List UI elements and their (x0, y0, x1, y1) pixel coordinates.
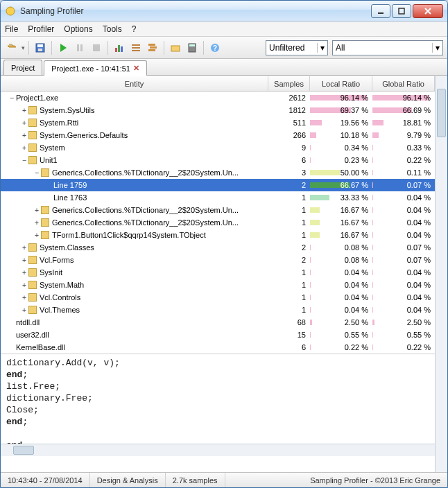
scope-combo[interactable]: All ▾ (332, 40, 443, 55)
entity-label: Vcl.Themes (40, 306, 80, 314)
table-row[interactable]: −Project1.exe261296.14 %96.14 % (1, 92, 435, 104)
global-ratio-cell: 0.04 % (372, 281, 435, 289)
scroll-thumb[interactable] (437, 89, 446, 137)
tree-expander[interactable]: + (20, 269, 28, 277)
entity-cell: +System.SysUtils (1, 106, 268, 114)
table-row[interactable]: +System90.34 %0.33 % (1, 141, 435, 154)
tab-close-icon[interactable]: ✕ (133, 64, 139, 73)
unit-icon (41, 218, 49, 227)
table-row[interactable]: +System.Rtti51119.56 %18.81 % (1, 116, 435, 129)
local-ratio-cell: 16.67 % (310, 231, 372, 239)
tree-expander[interactable]: + (33, 232, 41, 239)
tree-expander[interactable]: + (20, 132, 28, 139)
grid-header: Entity Samples Local Ratio Global Ratio (1, 76, 435, 92)
calculator-icon[interactable] (184, 40, 200, 55)
menu-options[interactable]: Options (64, 24, 92, 34)
table-row[interactable]: +System.SysUtils181269.37 %66.69 % (1, 104, 435, 116)
menu-tools[interactable]: Tools (103, 24, 122, 34)
samples-cell: 1 (268, 268, 310, 277)
table-row[interactable]: user32.dll150.55 %0.55 % (1, 329, 435, 341)
menu-file[interactable]: File (5, 24, 18, 34)
local-ratio-cell: 0.34 % (310, 143, 372, 152)
tree-expander[interactable]: + (33, 207, 41, 214)
source-view[interactable]: dictionary.Add(v, v); end; list.Free; di… (1, 354, 435, 444)
play-icon[interactable] (55, 40, 71, 55)
scroll-thumb[interactable] (13, 446, 34, 455)
entity-cell: +Generics.Collections.%TDictionary__2$20… (1, 206, 268, 214)
tree-expander[interactable]: + (20, 294, 28, 302)
local-ratio-cell: 0.23 % (310, 156, 372, 164)
local-ratio-cell: 16.67 % (310, 206, 372, 214)
vertical-scrollbar[interactable] (435, 76, 447, 472)
filter-combo[interactable]: Unfiltered ▾ (266, 40, 328, 55)
tree-expander[interactable]: − (20, 157, 28, 164)
maximize-button[interactable] (392, 4, 411, 18)
table-row[interactable]: +System.Math10.04 %0.04 % (1, 279, 435, 291)
table-row[interactable]: Line 1763133.33 %0.04 % (1, 191, 435, 204)
samples-cell: 1 (268, 306, 310, 314)
stack-icon[interactable] (145, 40, 160, 55)
entity-cell: KernelBase.dll (1, 343, 268, 351)
col-entity[interactable]: Entity (1, 76, 268, 91)
svg-rect-11 (121, 46, 123, 52)
tree-expander[interactable]: − (8, 94, 16, 102)
tree-expander[interactable]: + (20, 244, 28, 252)
table-row[interactable]: −Generics.Collections.%TDictionary__2$20… (1, 166, 435, 179)
table-row[interactable]: +Vcl.Controls10.04 %0.04 % (1, 291, 435, 304)
menu-help[interactable]: ? (132, 24, 137, 34)
table-row[interactable]: ntdll.dll682.50 %2.50 % (1, 316, 435, 329)
global-ratio-cell: 2.50 % (372, 318, 435, 326)
svg-rect-7 (80, 44, 83, 51)
col-global-ratio[interactable]: Global Ratio (372, 76, 435, 91)
tree-expander[interactable]: + (20, 144, 28, 152)
stop-icon[interactable] (89, 40, 104, 55)
table-row[interactable]: +Generics.Collections.%TDictionary__2$20… (1, 216, 435, 229)
table-row[interactable]: −Unit160.23 %0.22 % (1, 154, 435, 166)
samples-cell: 1 (268, 206, 310, 214)
tree-expander[interactable]: + (20, 119, 28, 127)
table-row[interactable]: +Vcl.Forms20.08 %0.07 % (1, 254, 435, 266)
col-samples[interactable]: Samples (268, 76, 310, 91)
table-row[interactable]: +System.Generics.Defaults26610.18 %9.79 … (1, 129, 435, 141)
samples-cell: 68 (268, 318, 310, 326)
unit-icon (41, 206, 49, 214)
table-row[interactable]: +Vcl.Themes10.04 %0.04 % (1, 304, 435, 316)
entity-cell: +Vcl.Controls (1, 293, 268, 302)
table-row[interactable]: KernelBase.dll60.22 %0.22 % (1, 341, 435, 354)
tree-expander[interactable]: − (33, 169, 41, 177)
table-row[interactable]: +TForm1.Button1Click$qqrp14System.TObjec… (1, 229, 435, 241)
entity-label: TForm1.Button1Click$qqrp14System.TObject (52, 231, 206, 239)
table-row[interactable]: Line 1759266.67 %0.07 % (1, 179, 435, 191)
col-local-ratio[interactable]: Local Ratio (310, 76, 372, 91)
scope-combo-value: All (336, 43, 345, 53)
chart-bar-icon[interactable] (112, 40, 127, 55)
minimize-button[interactable] (371, 4, 390, 18)
menu-profiler[interactable]: Profiler (28, 24, 54, 34)
tree-expander[interactable]: + (20, 306, 28, 314)
entity-cell: −Generics.Collections.%TDictionary__2$20… (1, 168, 268, 177)
help-icon[interactable]: ? (207, 40, 223, 55)
table-row[interactable]: +System.Classes20.08 %0.07 % (1, 241, 435, 254)
table-row[interactable]: +Generics.Collections.%TDictionary__2$20… (1, 204, 435, 216)
unit-icon (28, 131, 37, 139)
folder-icon[interactable] (168, 40, 183, 55)
chevron-down-icon: ▾ (432, 43, 440, 53)
tab-results[interactable]: Project1.exe - 10:41:51 ✕ (44, 60, 147, 76)
unit-icon (41, 231, 49, 239)
list-icon[interactable] (128, 40, 144, 55)
close-button[interactable] (413, 4, 443, 18)
save-icon[interactable] (33, 40, 48, 55)
entity-cell: −Unit1 (1, 156, 268, 164)
horizontal-scrollbar[interactable] (1, 444, 435, 456)
tree-expander[interactable]: + (20, 107, 28, 114)
open-icon[interactable] (5, 40, 20, 55)
global-ratio-cell: 0.07 % (372, 243, 435, 252)
tree-expander[interactable]: + (20, 256, 28, 264)
table-row[interactable]: +SysInit10.04 %0.04 % (1, 266, 435, 279)
pause-icon[interactable] (72, 40, 87, 55)
titlebar[interactable]: Sampling Profiler (1, 1, 447, 21)
tree-expander[interactable]: + (33, 219, 41, 227)
svg-rect-13 (132, 47, 140, 49)
tab-project[interactable]: Project (3, 60, 42, 75)
tree-expander[interactable]: + (20, 281, 28, 289)
